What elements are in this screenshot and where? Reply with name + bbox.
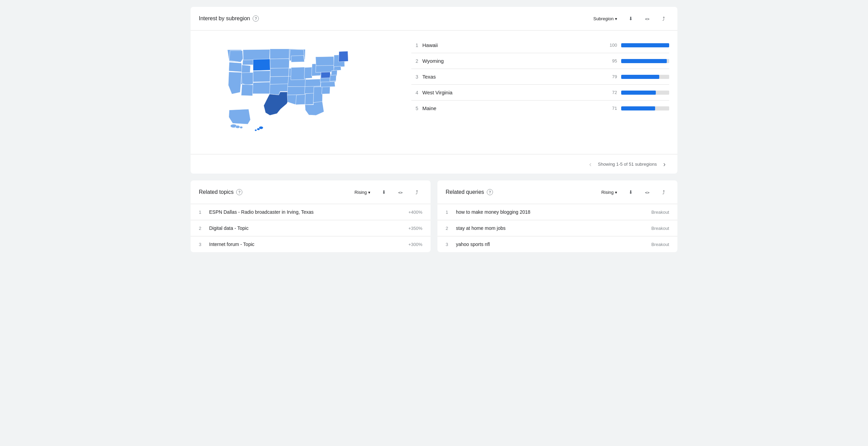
breakout-badge: Breakout [651, 226, 669, 231]
related-queries-title: Related queries [446, 189, 484, 195]
chevron-left-icon [589, 161, 592, 167]
hawaii-island-3 [255, 129, 257, 131]
chevron-down-icon [615, 190, 617, 195]
subregion-title: Interest by subregion [199, 15, 250, 22]
subregion-filter-dropdown[interactable]: Subregion [591, 15, 620, 23]
item-value: +300% [408, 242, 422, 247]
svg-marker-8 [241, 84, 253, 96]
related-topics-list: 1 ESPN Dallas - Radio broadcaster in Irv… [191, 204, 431, 252]
rank-name: Wyoming [422, 58, 601, 64]
download-icon [382, 189, 386, 195]
rank-name: West Virginia [422, 90, 601, 95]
svg-marker-28 [305, 93, 314, 105]
related-queries-filter-dropdown[interactable]: Rising [599, 188, 620, 196]
subregion-help-icon[interactable]: ? [253, 15, 259, 22]
download-icon [629, 189, 633, 195]
related-topics-header-left: Related topics ? [199, 189, 242, 195]
svg-point-43 [240, 126, 243, 128]
related-topics-help-icon[interactable]: ? [236, 189, 242, 195]
item-value: +400% [408, 210, 422, 215]
rank-number: 2 [411, 58, 418, 64]
svg-marker-11 [270, 59, 289, 68]
item-text: how to make money blogging 2018 [456, 209, 647, 215]
item-number: 1 [446, 210, 451, 215]
related-topics-share-button[interactable] [411, 187, 422, 198]
maine-state[interactable] [339, 51, 348, 62]
ranking-item-5: 5 Maine 71 [411, 101, 669, 116]
rank-score: 71 [605, 106, 617, 111]
breakout-badge: Breakout [651, 242, 669, 247]
item-text: stay at home mom jobs [456, 225, 647, 231]
related-queries-download-button[interactable] [625, 187, 636, 198]
rank-bar-container [621, 59, 669, 63]
related-queries-header-right: Rising [599, 187, 669, 198]
rank-bar-fill [621, 43, 669, 47]
rank-number: 3 [411, 74, 418, 80]
svg-marker-21 [291, 67, 305, 80]
rank-name: Hawaii [422, 42, 601, 48]
rank-name: Texas [422, 74, 601, 80]
related-queries-header-left: Related queries ? [446, 189, 493, 195]
item-number: 2 [199, 226, 204, 231]
related-topics-title: Related topics [199, 189, 233, 195]
ranking-item-3: 3 Texas 79 [411, 69, 669, 85]
related-queries-list: 1 how to make money blogging 2018 Breako… [437, 204, 677, 252]
subregion-header-left: Interest by subregion ? [199, 15, 259, 22]
download-button[interactable] [625, 13, 636, 24]
item-number: 3 [446, 242, 451, 247]
related-topics-embed-button[interactable] [395, 187, 406, 198]
embed-button[interactable] [642, 13, 653, 24]
svg-marker-3 [228, 72, 242, 94]
related-queries-card: Related queries ? Rising [437, 180, 677, 252]
related-topics-filter-dropdown[interactable]: Rising [352, 188, 373, 196]
subregion-header-right: Subregion [591, 13, 669, 24]
subregion-card: Interest by subregion ? Subregion [191, 7, 677, 174]
item-number: 3 [199, 242, 204, 247]
pagination: Showing 1-5 of 51 subregions [191, 154, 677, 174]
related-topics-card: Related topics ? Rising [191, 180, 431, 252]
related-query-item-1: 1 how to make money blogging 2018 Breako… [437, 204, 677, 220]
bottom-grid: Related topics ? Rising [191, 180, 677, 252]
rank-bar-fill [621, 75, 659, 79]
item-text: Internet forum - Topic [209, 242, 403, 247]
related-query-item-3: 3 yahoo sports nfl Breakout [437, 236, 677, 252]
svg-marker-13 [270, 77, 289, 84]
code-icon [645, 16, 649, 21]
item-number: 2 [446, 226, 451, 231]
rank-score: 95 [605, 58, 617, 63]
svg-marker-37 [334, 66, 341, 71]
chevron-down-icon [368, 190, 370, 195]
related-queries-embed-button[interactable] [642, 187, 653, 198]
item-text: yahoo sports nfl [456, 242, 647, 247]
pagination-text: Showing 1-5 of 51 subregions [598, 162, 657, 167]
pagination-prev-button[interactable] [586, 159, 595, 169]
related-topics-header: Related topics ? Rising [191, 180, 431, 204]
rank-bar-container [621, 106, 669, 110]
item-text: ESPN Dallas - Radio broadcaster in Irvin… [209, 209, 403, 215]
rank-score: 72 [605, 90, 617, 95]
svg-marker-22 [291, 56, 304, 62]
svg-marker-29 [313, 86, 323, 103]
related-topic-item-2: 2 Digital data - Topic +350% [191, 220, 431, 236]
rank-bar-fill [621, 106, 655, 110]
related-queries-header: Related queries ? Rising [437, 180, 677, 204]
chevron-right-icon [663, 161, 666, 167]
share-icon [415, 189, 418, 195]
svg-marker-9 [253, 82, 270, 94]
rank-bar-fill [621, 91, 656, 95]
item-text: Digital data - Topic [209, 225, 403, 231]
rank-bar-container [621, 91, 669, 95]
breakout-badge: Breakout [651, 210, 669, 215]
pagination-next-button[interactable] [660, 159, 669, 169]
ranking-item-2: 2 Wyoming 95 [411, 53, 669, 69]
rank-number: 1 [411, 43, 418, 48]
texas-state[interactable] [264, 92, 289, 115]
subregion-rankings: 1 Hawaii 100 2 Wyoming 95 3 [411, 37, 669, 147]
related-topics-download-button[interactable] [378, 187, 389, 198]
wyoming-state[interactable] [253, 59, 270, 71]
related-queries-share-button[interactable] [658, 187, 669, 198]
colorado-state[interactable] [253, 71, 270, 82]
related-queries-help-icon[interactable]: ? [487, 189, 493, 195]
rank-name: Maine [422, 105, 601, 111]
share-button[interactable] [658, 13, 669, 24]
